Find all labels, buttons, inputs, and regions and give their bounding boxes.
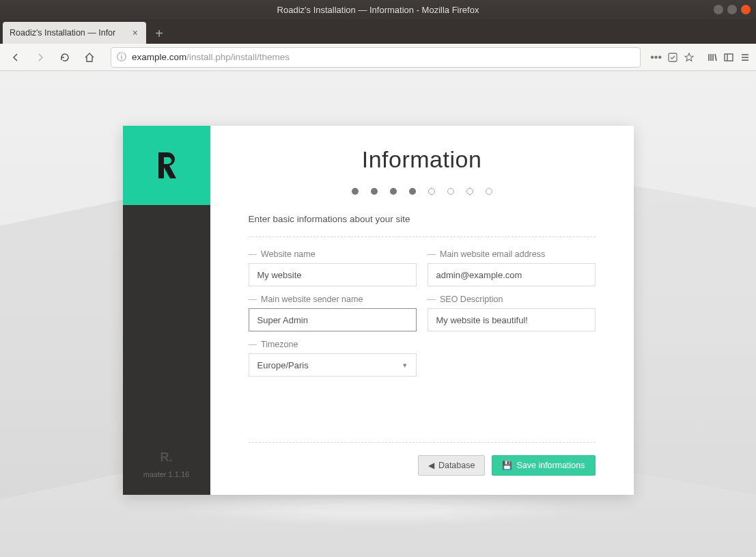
more-page-actions-icon[interactable]: ••• xyxy=(650,51,662,64)
divider xyxy=(249,236,596,237)
button-row: ◀ Database 💾 Save informations xyxy=(210,455,634,495)
page-title: Information xyxy=(210,146,634,173)
save-informations-button[interactable]: 💾 Save informations xyxy=(492,455,595,476)
tab-bar: Roadiz's Installation — Infor × + xyxy=(0,19,756,44)
installer-panel: R. master 1.1.16 Information Enter basic… xyxy=(123,126,634,495)
browser-right-group xyxy=(703,52,751,63)
page-content: R. master 1.1.16 Information Enter basic… xyxy=(0,71,756,557)
field-sender: —Main website sender name xyxy=(249,295,417,331)
label-timezone: —Timezone xyxy=(249,340,417,349)
installer-sidebar: R. master 1.1.16 xyxy=(123,126,210,495)
input-website-name[interactable] xyxy=(249,263,417,286)
maximize-icon[interactable] xyxy=(727,5,737,14)
label-email: —Main website email address xyxy=(428,249,596,259)
url-host: example.com xyxy=(132,52,186,62)
intro-text: Enter basic informations about your site xyxy=(249,214,596,224)
input-sender[interactable] xyxy=(249,308,417,331)
field-timezone: —Timezone Europe/Paris xyxy=(249,340,417,377)
step-3-dot xyxy=(390,188,397,195)
back-button[interactable] xyxy=(5,47,26,68)
home-button[interactable] xyxy=(79,47,100,68)
url-path: /install.php/install/themes xyxy=(186,52,290,62)
reload-button[interactable] xyxy=(55,47,75,68)
svg-rect-1 xyxy=(725,54,733,61)
step-8-dot xyxy=(486,188,492,195)
roadiz-small-logo-icon: R. xyxy=(123,450,210,465)
window-title: Roadiz's Installation — Information - Mo… xyxy=(277,5,479,15)
home-icon xyxy=(84,52,95,63)
field-email: —Main website email address xyxy=(428,249,596,286)
window-titlebar: Roadiz's Installation — Information - Mo… xyxy=(0,0,756,19)
input-seo[interactable] xyxy=(428,308,596,331)
browser-navbar: ⓘ example.com /install.php/install/theme… xyxy=(0,44,756,71)
step-6-dot xyxy=(447,188,454,195)
bookmark-icon[interactable] xyxy=(684,52,695,63)
tab-title: Roadiz's Installation — Infor xyxy=(10,28,115,38)
field-website-name: —Website name xyxy=(249,249,417,286)
label-website-name: —Website name xyxy=(249,249,417,259)
form-area: Enter basic informations about your site… xyxy=(210,214,634,430)
logo-box xyxy=(123,126,210,205)
close-icon[interactable] xyxy=(741,5,751,14)
address-bar[interactable]: ⓘ example.com /install.php/install/theme… xyxy=(111,47,641,68)
field-seo: —SEO Description xyxy=(428,295,596,331)
step-7-dot xyxy=(466,188,473,195)
roadiz-logo-icon xyxy=(154,150,179,181)
svg-rect-0 xyxy=(669,53,677,62)
progress-steps xyxy=(210,188,634,195)
library-icon[interactable] xyxy=(707,52,718,63)
new-tab-button[interactable]: + xyxy=(149,23,169,44)
reload-icon xyxy=(59,52,70,63)
menu-icon[interactable] xyxy=(740,52,751,63)
forward-button[interactable] xyxy=(30,47,51,68)
installer-main: Information Enter basic informations abo… xyxy=(210,126,634,495)
label-sender: —Main website sender name xyxy=(249,295,417,304)
back-arrow-icon: ◀ xyxy=(428,461,434,470)
step-1-dot xyxy=(352,188,359,195)
back-database-button[interactable]: ◀ Database xyxy=(418,455,486,476)
save-disk-icon: 💾 xyxy=(502,461,512,470)
sidebar-icon[interactable] xyxy=(723,52,734,63)
form-grid: —Website name —Main website email addres… xyxy=(249,249,596,377)
divider-bottom xyxy=(249,442,596,443)
tab-close-icon[interactable]: × xyxy=(131,26,139,40)
main-header: Information xyxy=(210,126,634,188)
label-seo: —SEO Description xyxy=(428,295,596,304)
site-info-icon[interactable]: ⓘ xyxy=(117,51,126,64)
back-icon xyxy=(10,52,21,63)
step-2-dot xyxy=(371,188,378,195)
window-controls xyxy=(714,5,751,14)
input-email[interactable] xyxy=(428,263,596,286)
sidebar-footer: R. master 1.1.16 xyxy=(123,450,210,495)
minimize-icon[interactable] xyxy=(714,5,723,14)
forward-icon xyxy=(35,52,46,63)
select-timezone[interactable]: Europe/Paris xyxy=(249,353,417,377)
reader-mode-icon[interactable] xyxy=(667,52,678,63)
version-text: master 1.1.16 xyxy=(123,470,210,478)
page-actions: ••• xyxy=(646,51,699,64)
browser-tab[interactable]: Roadiz's Installation — Infor × xyxy=(3,22,146,44)
step-4-dot xyxy=(409,188,416,195)
step-5-dot xyxy=(428,188,435,195)
